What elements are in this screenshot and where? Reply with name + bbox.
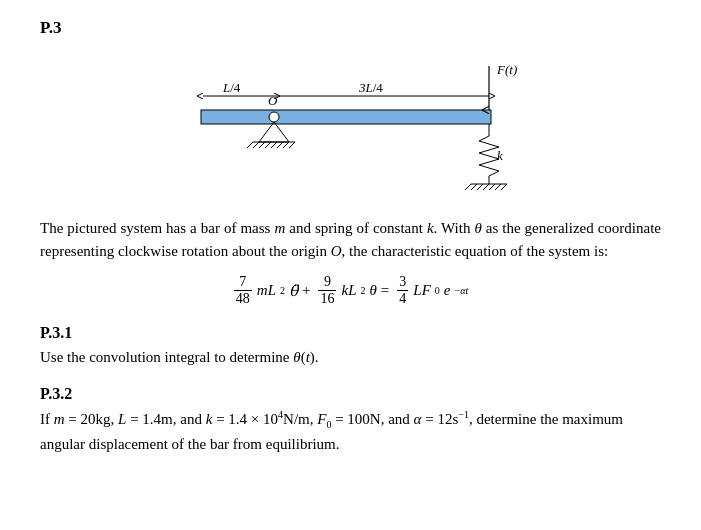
subsection-p31-title: P.3.1 bbox=[40, 324, 661, 342]
svg-text:3L/4: 3L/4 bbox=[358, 80, 383, 95]
svg-text:k: k bbox=[497, 148, 503, 163]
svg-line-25 bbox=[483, 184, 489, 190]
subsection-p31-text: Use the convolution integral to determin… bbox=[40, 346, 661, 369]
equation-block: 7 48 mL2θ̈ + 9 16 kL2θ = 3 4 LF0e−αt bbox=[40, 274, 661, 309]
description-text: The pictured system has a bar of mass m … bbox=[40, 217, 661, 264]
svg-rect-0 bbox=[201, 110, 491, 124]
svg-text:L/4: L/4 bbox=[222, 80, 241, 95]
svg-line-27 bbox=[495, 184, 501, 190]
svg-line-10 bbox=[277, 142, 283, 148]
svg-line-12 bbox=[289, 142, 295, 148]
svg-line-6 bbox=[253, 142, 259, 148]
diagram-area: O L/4 3L/4 F(t) bbox=[40, 48, 661, 203]
svg-line-8 bbox=[265, 142, 271, 148]
svg-line-24 bbox=[477, 184, 483, 190]
svg-line-22 bbox=[465, 184, 471, 190]
svg-line-23 bbox=[471, 184, 477, 190]
svg-line-26 bbox=[489, 184, 495, 190]
svg-line-28 bbox=[501, 184, 507, 190]
svg-line-11 bbox=[283, 142, 289, 148]
svg-text:O: O bbox=[268, 93, 278, 108]
svg-point-1 bbox=[269, 112, 279, 122]
section-title: P.3 bbox=[40, 18, 661, 38]
subsection-p32-text: If m = 20kg, L = 1.4m, and k = 1.4 × 104… bbox=[40, 407, 661, 456]
svg-line-5 bbox=[247, 142, 253, 148]
svg-marker-3 bbox=[259, 122, 289, 142]
svg-line-7 bbox=[259, 142, 265, 148]
svg-line-9 bbox=[271, 142, 277, 148]
svg-text:F(t): F(t) bbox=[496, 62, 517, 77]
subsection-p32-title: P.3.2 bbox=[40, 385, 661, 403]
diagram-svg: O L/4 3L/4 F(t) bbox=[141, 48, 561, 203]
